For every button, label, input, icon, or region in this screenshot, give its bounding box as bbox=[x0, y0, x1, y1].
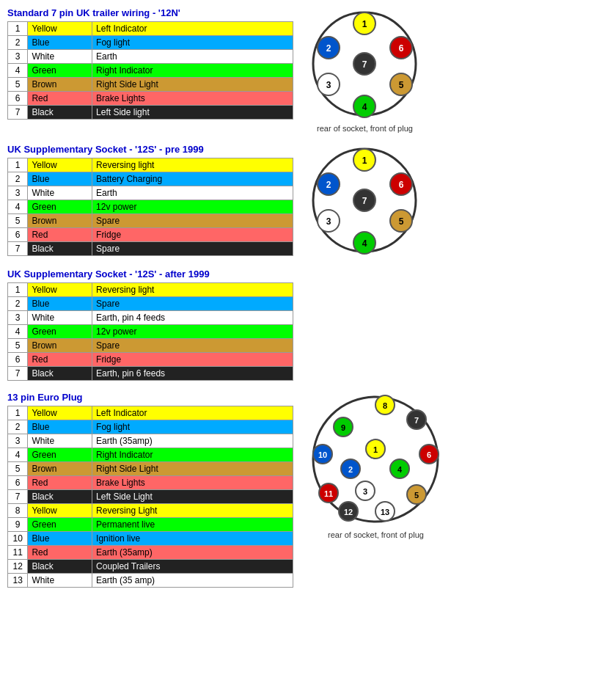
svg-text:11: 11 bbox=[324, 489, 333, 498]
pin-num: 12 bbox=[8, 560, 28, 574]
pin-num: 4 bbox=[8, 200, 28, 214]
color-cell: Yellow bbox=[28, 22, 92, 36]
svg-text:7: 7 bbox=[362, 59, 367, 70]
svg-text:3: 3 bbox=[326, 216, 331, 227]
table-wrap-12s-post: UK Supplementary Socket - '12S' - after … bbox=[7, 269, 293, 381]
pin-num: 7 bbox=[8, 242, 28, 256]
pin-num: 10 bbox=[8, 532, 28, 546]
desc-cell: Spare bbox=[92, 242, 293, 256]
desc-cell: Earth bbox=[92, 50, 293, 64]
svg-text:4: 4 bbox=[397, 465, 403, 474]
table-wrap-12s-pre: UK Supplementary Socket - '12S' - pre 19… bbox=[7, 144, 293, 256]
page: Standard 7 pin UK trailer wiring - '12N'… bbox=[0, 0, 616, 683]
pin-num: 4 bbox=[8, 64, 28, 78]
title-12s-pre: UK Supplementary Socket - '12S' - pre 19… bbox=[7, 144, 293, 155]
color-cell: Blue bbox=[28, 420, 92, 434]
socket-diagram-7pin: 1 2 6 7 3 5 4 bbox=[308, 7, 422, 121]
section-12s-post: UK Supplementary Socket - '12S' - after … bbox=[7, 269, 609, 381]
title-13pin: 13 pin Euro Plug bbox=[7, 392, 293, 403]
diagram-7pin-12s: 1 2 6 7 3 5 4 bbox=[308, 144, 422, 258]
pin-num: 6 bbox=[8, 353, 28, 367]
table-row: 12BlackCoupled Trailers bbox=[8, 560, 293, 574]
color-cell: Black bbox=[28, 560, 92, 574]
table-12n: 1YellowLeft Indicator 2BlueFog light 3Wh… bbox=[7, 21, 293, 120]
color-cell: White bbox=[28, 434, 92, 448]
color-cell: Red bbox=[28, 546, 92, 560]
color-cell: Blue bbox=[28, 297, 92, 311]
svg-text:12: 12 bbox=[344, 508, 353, 516]
pin-num: 3 bbox=[8, 311, 28, 325]
svg-text:6: 6 bbox=[399, 180, 404, 190]
desc-cell: Coupled Trailers bbox=[92, 560, 293, 574]
desc-cell: Battery Charging bbox=[92, 172, 293, 186]
svg-text:13: 13 bbox=[381, 508, 389, 516]
svg-text:1: 1 bbox=[362, 156, 367, 166]
svg-text:1: 1 bbox=[362, 19, 367, 29]
color-cell: Red bbox=[28, 476, 92, 490]
desc-cell: Fog light bbox=[92, 420, 293, 434]
desc-cell: Right Side Light bbox=[92, 78, 293, 92]
pin-num: 3 bbox=[8, 50, 28, 64]
table-12s-post: 1YellowReversing light 2BlueSpare 3White… bbox=[7, 282, 293, 381]
pin-num: 1 bbox=[8, 22, 28, 36]
desc-cell: Reversing light bbox=[92, 158, 293, 172]
pin-num: 3 bbox=[8, 434, 28, 448]
diagram-label-13pin: rear of socket, front of plug bbox=[328, 530, 424, 539]
svg-text:5: 5 bbox=[399, 80, 404, 90]
pin-num: 6 bbox=[8, 92, 28, 106]
desc-cell: Spare bbox=[92, 339, 293, 353]
svg-text:8: 8 bbox=[383, 401, 387, 410]
table-row: 5BrownRight Side Light bbox=[8, 462, 293, 476]
table-row: 2BlueSpare bbox=[8, 297, 293, 311]
pin-num: 7 bbox=[8, 106, 28, 120]
pin-num: 6 bbox=[8, 228, 28, 242]
diagram-label-12n: rear of socket, front of plug bbox=[317, 124, 413, 133]
color-cell: Green bbox=[28, 518, 92, 532]
desc-cell: Fog light bbox=[92, 36, 293, 50]
svg-text:1: 1 bbox=[373, 445, 378, 454]
section-12n: Standard 7 pin UK trailer wiring - '12N'… bbox=[7, 7, 609, 133]
table-row: 2BlueFog light bbox=[8, 420, 293, 434]
color-cell: Yellow bbox=[28, 283, 92, 297]
color-cell: Brown bbox=[28, 339, 92, 353]
table-row: 10BlueIgnition live bbox=[8, 532, 293, 546]
desc-cell: Right Indicator bbox=[92, 64, 293, 78]
color-cell: Black bbox=[28, 367, 92, 381]
pin-num: 5 bbox=[8, 214, 28, 228]
table-row: 3WhiteEarth bbox=[8, 50, 293, 64]
svg-text:6: 6 bbox=[399, 43, 404, 54]
color-cell: Black bbox=[28, 242, 92, 256]
pin-num: 4 bbox=[8, 448, 28, 462]
section-12s-pre: UK Supplementary Socket - '12S' - pre 19… bbox=[7, 144, 609, 258]
color-cell: Red bbox=[28, 228, 92, 242]
table-12s-pre: 1YellowReversing light 2BlueBattery Char… bbox=[7, 158, 293, 256]
table-row: 7BlackSpare bbox=[8, 242, 293, 256]
table-row: 7BlackEarth, pin 6 feeds bbox=[8, 367, 293, 381]
pin-num: 1 bbox=[8, 406, 28, 420]
color-cell: White bbox=[28, 574, 92, 588]
table-row: 6RedFridge bbox=[8, 228, 293, 242]
color-cell: Red bbox=[28, 92, 92, 106]
desc-cell: Earth (35amp) bbox=[92, 434, 293, 448]
svg-text:5: 5 bbox=[399, 216, 404, 227]
svg-text:4: 4 bbox=[362, 102, 367, 112]
table-row: 7BlackLeft Side light bbox=[8, 106, 293, 120]
pin-num: 5 bbox=[8, 462, 28, 476]
svg-text:5: 5 bbox=[414, 491, 419, 500]
color-cell: Green bbox=[28, 200, 92, 214]
color-cell: Red bbox=[28, 353, 92, 367]
pin-num: 1 bbox=[8, 158, 28, 172]
diagram-13pin: 8 7 9 6 1 10 2 4 bbox=[308, 392, 444, 539]
table-row: 1YellowReversing light bbox=[8, 283, 293, 297]
color-cell: White bbox=[28, 50, 92, 64]
pin-num: 8 bbox=[8, 504, 28, 518]
pin-num: 3 bbox=[8, 186, 28, 200]
color-cell: Brown bbox=[28, 78, 92, 92]
table-row: 3WhiteEarth (35amp) bbox=[8, 434, 293, 448]
diagram-7pin-12n: 1 2 6 7 3 5 4 rear of socket, f bbox=[308, 7, 422, 133]
pin-num: 6 bbox=[8, 476, 28, 490]
desc-cell: Spare bbox=[92, 297, 293, 311]
color-cell: White bbox=[28, 186, 92, 200]
svg-text:9: 9 bbox=[341, 423, 345, 432]
table-row: 6RedBrake Lights bbox=[8, 476, 293, 490]
